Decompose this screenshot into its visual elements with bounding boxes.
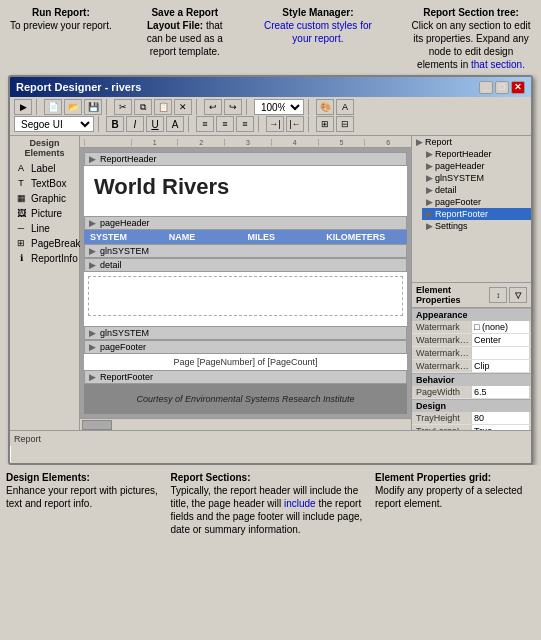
separator-9 — [308, 116, 312, 132]
separator-5 — [308, 99, 312, 115]
page-header-label: pageHeader — [100, 218, 150, 228]
separator-8 — [258, 116, 262, 132]
textbox-text: TextBox — [31, 178, 67, 189]
report-footer-label: ReportFooter — [100, 372, 153, 382]
tree-item-reportfooter[interactable]: ▶ReportFooter — [422, 208, 531, 220]
close-button[interactable]: ✕ — [511, 81, 525, 94]
window-title: Report Designer - rivers — [16, 81, 141, 93]
tree-item-settings[interactable]: ▶Settings — [422, 220, 531, 232]
tree-item-report[interactable]: ▶Report — [412, 136, 531, 148]
indent-button[interactable]: →| — [266, 116, 284, 132]
zoom-combo[interactable]: 100% 75% 50% 150% — [254, 99, 304, 115]
align-center-button[interactable]: ≡ — [216, 116, 234, 132]
minimize-button[interactable]: _ — [479, 81, 493, 94]
main-window: Report Designer - rivers _ □ ✕ ▶ 📄 📂 💾 ✂… — [8, 75, 533, 465]
toolbar-row-1: ▶ 📄 📂 💾 ✂ ⧉ 📋 ✕ ↩ ↪ 100% 75% 50% 150% 🎨 … — [14, 99, 527, 115]
graphic-icon: ▦ — [14, 192, 28, 204]
props-filter-button[interactable]: ▽ — [509, 287, 527, 303]
design-elements-title: Design Elements — [12, 138, 77, 158]
glsystem-label: glnSYSTEM — [100, 246, 149, 256]
col-system: SYSTEM — [88, 232, 167, 242]
undo-button[interactable]: ↩ — [204, 99, 222, 115]
bold-button[interactable]: B — [106, 116, 124, 132]
tree-item-pagefooter[interactable]: ▶pageFooter — [422, 196, 531, 208]
design-item-line[interactable]: ─ Line — [12, 221, 77, 235]
design-item-pagebreak[interactable]: ⊞ PageBreak — [12, 236, 77, 250]
toolbar-area: ▶ 📄 📂 💾 ✂ ⧉ 📋 ✕ ↩ ↪ 100% 75% 50% 150% 🎨 … — [10, 97, 531, 136]
detail-section-label[interactable]: ▶ detail — [84, 258, 407, 272]
element-properties-annotation-body: Modify any property of a selected report… — [375, 485, 522, 509]
scroll-thumb[interactable] — [82, 420, 112, 430]
new-button[interactable]: 📄 — [44, 99, 62, 115]
tree-item-pageheader[interactable]: ▶pageHeader — [422, 160, 531, 172]
maximize-button[interactable]: □ — [495, 81, 509, 94]
tree-item-reportheader[interactable]: ▶ReportHeader — [422, 148, 531, 160]
italic-button[interactable]: I — [126, 116, 144, 132]
detail-label: detail — [100, 260, 122, 270]
glsystem-section-label[interactable]: ▶ glnSYSTEM — [84, 244, 407, 258]
line-text: Line — [31, 223, 50, 234]
delete-button[interactable]: ✕ — [174, 99, 192, 115]
underline-button[interactable]: U — [146, 116, 164, 132]
glsystem2-section-label[interactable]: ▶ glnSYSTEM — [84, 326, 407, 340]
horizontal-scrollbar[interactable] — [80, 418, 411, 430]
element-properties-panel: Element Properties ↕ ▽ Appearance Waterm… — [412, 283, 531, 430]
style-manager-button[interactable]: 🎨 — [316, 99, 334, 115]
separator-4 — [246, 99, 250, 115]
redo-button[interactable]: ↪ — [224, 99, 242, 115]
col-name: NAME — [167, 232, 246, 242]
copy-button[interactable]: ⧉ — [134, 99, 152, 115]
report-header-section-label[interactable]: ▶ ReportHeader — [84, 152, 407, 166]
design-item-textbox[interactable]: T TextBox — [12, 176, 77, 190]
misc-button-1[interactable]: ⊞ — [316, 116, 334, 132]
font-combo[interactable]: Segoe UI Arial Times New Roman — [14, 116, 94, 132]
tree-item-glnsystem[interactable]: ▶glnSYSTEM — [422, 172, 531, 184]
toolbar-row-2: Segoe UI Arial Times New Roman B I U A ≡… — [14, 116, 527, 132]
window-controls: _ □ ✕ — [479, 81, 525, 94]
cut-button[interactable]: ✂ — [114, 99, 132, 115]
page-header-section-label[interactable]: ▶ pageHeader — [84, 216, 407, 230]
design-elements-annotation-title: Design Elements: — [6, 472, 90, 483]
page-footer-section-label[interactable]: ▶ pageFooter — [84, 340, 407, 354]
props-pagewidth: PageWidth 6.5 — [412, 386, 531, 399]
textbox-icon: T — [14, 177, 28, 189]
props-watermark-scalem: WatermarkScaleM Clip — [412, 360, 531, 373]
design-item-graphic[interactable]: ▦ Graphic — [12, 191, 77, 205]
style-manager-body: Create custom styles for your report. — [264, 20, 372, 44]
detail-expand: ▶ — [89, 260, 96, 270]
glsystem2-expand: ▶ — [89, 328, 96, 338]
page-footer-body: Page [PageNumber] of [PageCount] — [84, 354, 407, 370]
picture-icon: 🖼 — [14, 207, 28, 219]
pagebreak-icon: ⊞ — [14, 237, 28, 249]
save-button[interactable]: 💾 — [84, 99, 102, 115]
design-item-label[interactable]: A Label — [12, 161, 77, 175]
props-cat-appearance: Appearance — [412, 308, 531, 321]
font-color-button[interactable]: A — [166, 116, 184, 132]
report-canvas[interactable]: 1 2 3 4 5 6 ▶ ReportHeader World Rivers — [80, 136, 411, 430]
align-right-button[interactable]: ≡ — [236, 116, 254, 132]
design-elements-panel: Design Elements A Label T TextBox ▦ Grap… — [10, 136, 80, 430]
design-item-picture[interactable]: 🖼 Picture — [12, 206, 77, 220]
report-footer-section-label[interactable]: ▶ ReportFooter — [84, 370, 407, 384]
top-annotations: Run Report: To preview your report. Save… — [0, 0, 541, 75]
props-sort-button[interactable]: ↕ — [489, 287, 507, 303]
paste-button[interactable]: 📋 — [154, 99, 172, 115]
run-report-button[interactable]: ▶ — [14, 99, 32, 115]
run-report-title: Run Report: — [32, 7, 90, 18]
bottom-annotations: Design Elements: Enhance your report wit… — [0, 465, 541, 540]
outdent-button[interactable]: |← — [286, 116, 304, 132]
separator-2 — [106, 99, 110, 115]
element-properties-title: Element Properties ↕ ▽ — [412, 283, 531, 308]
graphic-text: Graphic — [31, 193, 66, 204]
align-left-button[interactable]: ≡ — [196, 116, 214, 132]
tree-item-detail[interactable]: ▶detail — [422, 184, 531, 196]
ruler-marks: 1 2 3 4 5 6 — [84, 139, 411, 146]
open-button[interactable]: 📂 — [64, 99, 82, 115]
col-kilometers: KILOMETERS — [324, 232, 403, 242]
design-item-reportinfo[interactable]: ℹ ReportInfo — [12, 251, 77, 265]
style-manager-title: Style Manager: — [282, 7, 353, 18]
misc-button-2[interactable]: ⊟ — [336, 116, 354, 132]
format-button[interactable]: A — [336, 99, 354, 115]
report-tree-expand: ▶ — [416, 137, 423, 147]
report-header-label: ReportHeader — [100, 154, 157, 164]
